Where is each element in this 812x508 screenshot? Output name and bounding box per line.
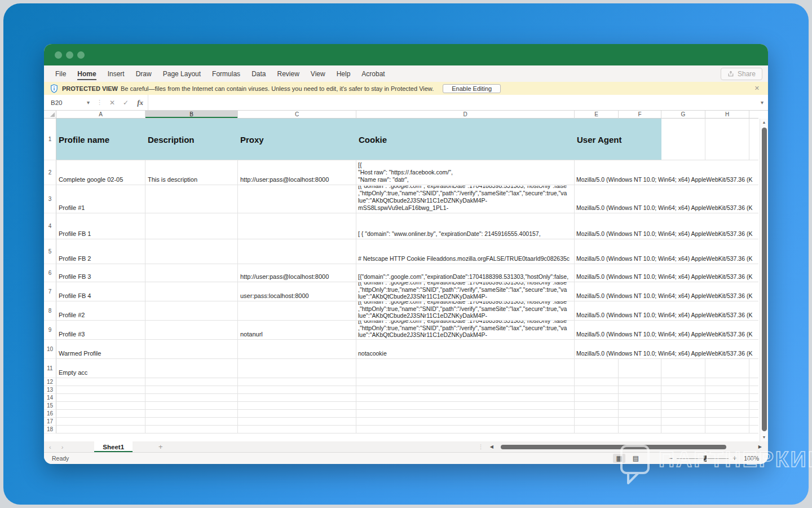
cell-B3[interactable] (145, 185, 238, 213)
cell-A15[interactable] (56, 402, 145, 410)
cell-D14[interactable] (356, 394, 575, 402)
cell-E12[interactable] (575, 378, 619, 386)
cell-H13[interactable] (705, 386, 749, 394)
cell-D17[interactable] (356, 418, 575, 426)
column-header-A[interactable]: A (56, 111, 145, 119)
row-header-14[interactable]: 14 (44, 394, 56, 402)
cell-C12[interactable] (238, 378, 356, 386)
cell-B8[interactable] (145, 301, 238, 321)
chevron-down-icon[interactable]: ▾ (87, 99, 90, 106)
prev-sheet-icon[interactable]: ‹ (44, 444, 56, 450)
cell-D3[interactable]: [{"domain":".google.com","expirationDate… (356, 185, 575, 213)
horizontal-scrollbar[interactable] (498, 444, 753, 450)
cell-D18[interactable] (356, 426, 575, 433)
cell-stub14[interactable] (749, 394, 758, 402)
cell-F15[interactable] (619, 402, 661, 410)
menu-tab-file[interactable]: File (50, 65, 72, 82)
formula-input[interactable] (148, 95, 756, 110)
cell-G17[interactable] (661, 418, 705, 426)
cell-B7[interactable] (145, 282, 238, 301)
cell-H11[interactable] (705, 359, 749, 378)
cell-C17[interactable] (238, 418, 356, 426)
row-header-18[interactable]: 18 (44, 426, 56, 433)
cell-B2[interactable]: This is description (145, 160, 238, 185)
cell-B12[interactable] (145, 378, 238, 386)
header-blue-band[interactable]: Profile nameDescriptionProxyCookieUser A… (56, 119, 661, 160)
column-header-H[interactable]: H (705, 111, 749, 119)
traffic-light-close-icon[interactable] (55, 51, 62, 59)
scroll-down-icon[interactable]: ▼ (760, 435, 768, 439)
sheet-tab-sheet1[interactable]: Sheet1 (94, 441, 133, 452)
cell-F16[interactable] (619, 410, 661, 418)
menu-tab-insert[interactable]: Insert (102, 65, 130, 82)
cell-D16[interactable] (356, 410, 575, 418)
row-header-17[interactable]: 17 (44, 418, 56, 426)
cell-B16[interactable] (145, 410, 238, 418)
next-sheet-icon[interactable]: › (56, 444, 69, 450)
cell-E16[interactable] (575, 410, 619, 418)
cell-E11[interactable] (575, 359, 619, 378)
row-header-9[interactable]: 9 (44, 321, 56, 340)
cell-F14[interactable] (619, 394, 661, 402)
cell-C11[interactable] (238, 359, 356, 378)
cell-E18[interactable] (575, 426, 619, 433)
cell-stub13[interactable] (749, 386, 758, 394)
cell-G11[interactable] (661, 359, 705, 378)
cell-A12[interactable] (56, 378, 145, 386)
row-header-2[interactable]: 2 (44, 160, 56, 185)
cell-G15[interactable] (661, 402, 705, 410)
cell-stub12[interactable] (749, 378, 758, 386)
cell-H16[interactable] (705, 410, 749, 418)
share-button[interactable]: Share (721, 68, 762, 80)
cell-C15[interactable] (238, 402, 356, 410)
horizontal-scrollbar-thumb[interactable] (501, 445, 726, 449)
cell-B10[interactable] (145, 340, 238, 359)
vertical-scrollbar[interactable]: ▲ ▼ (760, 119, 768, 441)
column-header-F[interactable]: F (619, 111, 661, 119)
cell-H15[interactable] (705, 402, 749, 410)
cell-D5[interactable]: # Netscape HTTP Cookie Fileaddons.mozill… (356, 239, 575, 264)
column-header-C[interactable]: C (238, 111, 356, 119)
cell-A17[interactable] (56, 418, 145, 426)
row-header-4[interactable]: 4 (44, 213, 56, 239)
cell-A18[interactable] (56, 426, 145, 433)
row-header-13[interactable]: 13 (44, 386, 56, 394)
menu-tab-view[interactable]: View (305, 65, 331, 82)
cell-B18[interactable] (145, 426, 238, 433)
cell-H12[interactable] (705, 378, 749, 386)
cell-D11[interactable] (356, 359, 575, 378)
column-header-G[interactable]: G (661, 111, 705, 119)
cancel-icon[interactable]: ✕ (105, 99, 119, 107)
enter-icon[interactable]: ✓ (119, 99, 133, 107)
row-header-8[interactable]: 8 (44, 301, 56, 321)
scroll-right-icon[interactable]: ▶ (756, 444, 765, 449)
row-header-12[interactable]: 12 (44, 378, 56, 386)
cell-E3[interactable]: Mozilla/5.0 (Windows NT 10.0; Win64; x64… (575, 185, 758, 213)
cell-D8[interactable]: [{"domain":".google.com","expirationDate… (356, 301, 575, 321)
column-header-D[interactable]: D (356, 111, 575, 119)
cell-C13[interactable] (238, 386, 356, 394)
cell-E13[interactable] (575, 386, 619, 394)
cell-stub17[interactable] (749, 418, 758, 426)
cell-D9[interactable]: [{"domain":".google.com","expirationDate… (356, 321, 575, 340)
cell-A4[interactable]: Profile FB 1 (56, 213, 145, 239)
zoom-slider[interactable] (677, 458, 729, 459)
row-header-10[interactable]: 10 (44, 340, 56, 359)
enable-editing-button[interactable]: Enable Editing (443, 84, 501, 93)
traffic-light-minimize-icon[interactable] (66, 51, 73, 59)
cell-E7[interactable]: Mozilla/5.0 (Windows NT 10.0; Win64; x64… (575, 282, 758, 301)
cell-B15[interactable] (145, 402, 238, 410)
scrollbar-drag-dots-icon[interactable]: ⋮ (475, 444, 487, 450)
cell-C5[interactable] (238, 239, 356, 264)
cell-H1[interactable] (705, 119, 749, 160)
cell-E17[interactable] (575, 418, 619, 426)
cell-C7[interactable]: user:pass:localhost:8000 (238, 282, 356, 301)
cell-C10[interactable] (238, 340, 356, 359)
cell-F13[interactable] (619, 386, 661, 394)
menu-tab-formulas[interactable]: Formulas (206, 65, 246, 82)
cell-A10[interactable]: Warmed Profile (56, 340, 145, 359)
name-box[interactable]: B20 ▾ (44, 95, 94, 110)
cell-D10[interactable]: notacookie (356, 340, 575, 359)
select-all-corner[interactable] (44, 111, 56, 119)
cell-stub18[interactable] (749, 426, 758, 433)
